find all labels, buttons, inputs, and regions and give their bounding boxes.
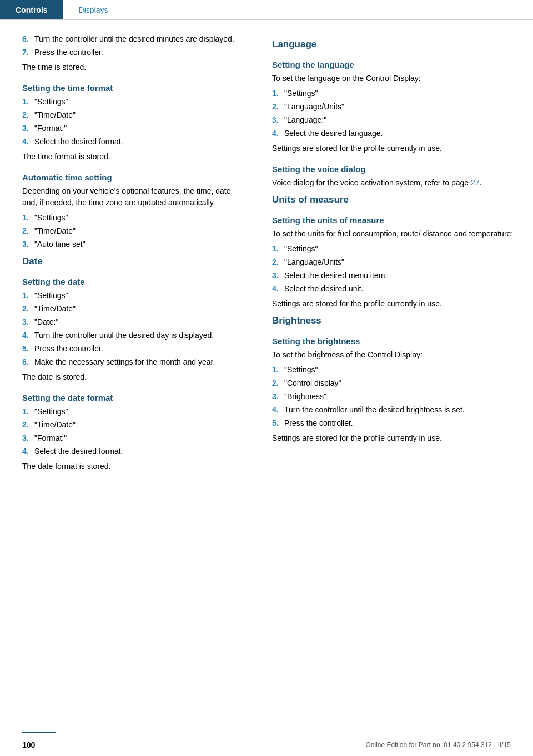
list-item: 5.Press the controller.	[272, 417, 516, 429]
right-column: Language Setting the language To set the…	[255, 20, 533, 520]
auto-time-desc: Depending on your vehicle's optional fea…	[22, 185, 238, 209]
brightness-main-heading: Brightness	[272, 315, 516, 326]
section-title-units: Setting the units of measure	[272, 215, 516, 225]
date-main-heading: Date	[22, 256, 238, 267]
list-item: 6.Make the necessary settings for the mo…	[22, 356, 238, 368]
section-setting-language: Setting the language To set the language…	[272, 60, 516, 154]
section-title-setting-date: Setting the date	[22, 277, 238, 286]
list-item: 1."Settings"	[272, 88, 516, 99]
left-column: 6. Turn the controller until the desired…	[0, 20, 255, 520]
section-title-brightness: Setting the brightness	[272, 336, 516, 346]
section-date-format: Setting the date format 1."Settings" 2."…	[22, 393, 238, 472]
tab-displays[interactable]: Displays	[63, 0, 124, 19]
list-item: 1."Settings"	[272, 364, 516, 376]
list-item: 3."Format:"	[22, 123, 238, 134]
time-format-note: The time format is stored.	[22, 151, 238, 163]
footer: 100 Online Edition for Part no. 01 40 2 …	[0, 733, 533, 756]
section-brightness: Setting the brightness To set the bright…	[272, 336, 516, 444]
units-desc: To set the units for fuel consumption, r…	[272, 228, 516, 240]
brightness-desc: To set the brightness of the Control Dis…	[272, 349, 516, 361]
section-title-time-format: Setting the time format	[22, 83, 238, 93]
header: Controls Displays	[0, 0, 533, 20]
date-format-note: The date format is stored.	[22, 461, 238, 472]
units-main-heading: Units of measure	[272, 194, 516, 205]
setting-language-desc: To set the language on the Control Displ…	[272, 73, 516, 84]
list-item: 2."Time/Date"	[22, 225, 238, 237]
list-item: 1."Settings"	[22, 406, 238, 417]
list-item: 3."Brightness"	[272, 391, 516, 402]
section-title-voice-dialog: Setting the voice dialog	[272, 164, 516, 174]
list-item: 1."Settings"	[22, 96, 238, 108]
setting-date-note: The date is stored.	[22, 371, 238, 383]
section-auto-time: Automatic time setting Depending on your…	[22, 173, 238, 250]
list-item: 4.Turn the controller until the desired …	[272, 404, 516, 416]
brightness-note: Settings are stored for the profile curr…	[272, 432, 516, 444]
setting-date-list: 1."Settings" 2."Time/Date" 3."Date:" 4.T…	[22, 290, 238, 368]
voice-dialog-desc: Voice dialog for the voice activation sy…	[272, 177, 516, 189]
intro-note: The time is stored.	[22, 62, 238, 73]
list-item: 3."Language:"	[272, 114, 516, 126]
brightness-list: 1."Settings" 2."Control display" 3."Brig…	[272, 364, 516, 429]
language-main-heading: Language	[272, 39, 516, 50]
section-voice-dialog: Setting the voice dialog Voice dialog fo…	[272, 164, 516, 189]
list-item: 4.Select the desired unit.	[272, 283, 516, 295]
tab-controls[interactable]: Controls	[0, 0, 63, 19]
list-item: 1."Settings"	[22, 290, 238, 301]
section-units: Setting the units of measure To set the …	[272, 215, 516, 310]
list-item: 3."Auto time set"	[22, 239, 238, 250]
footer-copyright: Online Edition for Part no. 01 40 2 954 …	[365, 741, 511, 749]
list-item: 2."Time/Date"	[22, 303, 238, 315]
page-number: 100	[22, 740, 35, 749]
units-list: 1."Settings" 2."Language/Units" 3.Select…	[272, 243, 516, 295]
list-item: 2."Language/Units"	[272, 101, 516, 113]
list-item: 4.Select the desired language.	[272, 128, 516, 139]
setting-language-list: 1."Settings" 2."Language/Units" 3."Langu…	[272, 88, 516, 139]
date-format-list: 1."Settings" 2."Time/Date" 3."Format:" 4…	[22, 406, 238, 457]
page-link-27[interactable]: 27	[471, 178, 480, 187]
main-content: 6. Turn the controller until the desired…	[0, 20, 533, 520]
list-item: 3.Select the desired menu item.	[272, 270, 516, 281]
list-item: 6. Turn the controller until the desired…	[22, 33, 238, 45]
list-item: 4.Select the desired format.	[22, 136, 238, 148]
list-item: 1."Settings"	[272, 243, 516, 255]
list-item: 1."Settings"	[22, 212, 238, 224]
intro-list: 6. Turn the controller until the desired…	[22, 33, 238, 58]
list-item: 5.Press the controller.	[22, 343, 238, 355]
section-setting-date: Setting the date 1."Settings" 2."Time/Da…	[22, 277, 238, 383]
section-title-setting-language: Setting the language	[272, 60, 516, 69]
list-item: 2."Time/Date"	[22, 109, 238, 121]
list-item: 4.Select the desired format.	[22, 446, 238, 457]
section-time-format: Setting the time format 1."Settings" 2."…	[22, 83, 238, 163]
list-item: 4.Turn the controller until the desired …	[22, 330, 238, 341]
setting-language-note: Settings are stored for the profile curr…	[272, 143, 516, 154]
list-item: 2."Language/Units"	[272, 256, 516, 268]
time-format-list: 1."Settings" 2."Time/Date" 3."Format:" 4…	[22, 96, 238, 148]
list-item: 2."Control display"	[272, 377, 516, 389]
section-title-date-format: Setting the date format	[22, 393, 238, 402]
list-item: 2."Time/Date"	[22, 419, 238, 431]
section-title-auto-time: Automatic time setting	[22, 173, 238, 182]
list-item: 7. Press the controller.	[22, 47, 238, 58]
units-note: Settings are stored for the profile curr…	[272, 298, 516, 310]
list-item: 3."Date:"	[22, 316, 238, 328]
auto-time-list: 1."Settings" 2."Time/Date" 3."Auto time …	[22, 212, 238, 250]
list-item: 3."Format:"	[22, 432, 238, 444]
